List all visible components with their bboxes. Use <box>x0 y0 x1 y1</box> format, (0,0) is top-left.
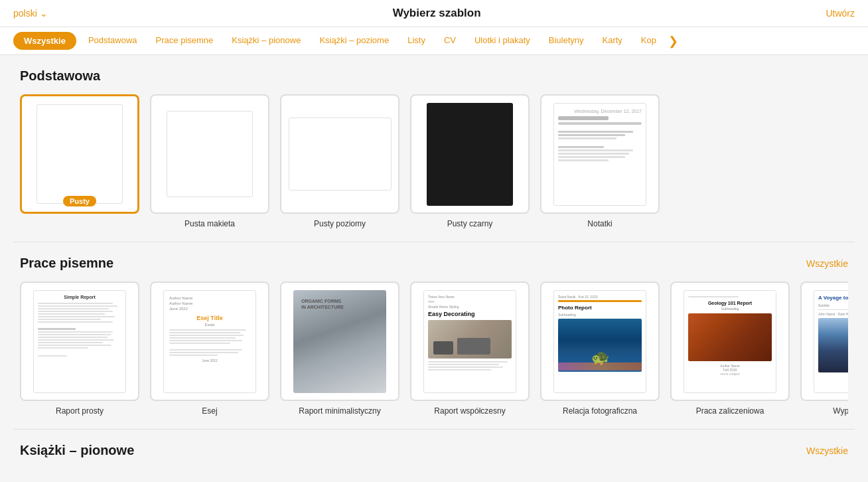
page-title: Wybierz szablon <box>393 7 481 20</box>
voyage-preview: A Voyage to the… Subtitle John Name · Da… <box>814 290 848 393</box>
template-esej-thumb[interactable]: Author Name Author Name June 2022 Esej T… <box>150 281 269 401</box>
template-praca-zalic-thumb[interactable]: Geology 101 Report Subheading Author Nam… <box>670 281 790 401</box>
photo-preview: Świat Nauki · Kwi 10, 2020 Photo Report … <box>553 290 646 393</box>
arch-title-1: ORGANIC FORMS <box>301 298 378 305</box>
arch-title-block: ORGANIC FORMS IN ARCHITECTURE <box>301 298 378 311</box>
photo-sub: Subheading <box>558 313 642 317</box>
essays-section: Prace pisemne Wszystkie Simple Report <box>0 242 868 429</box>
template-pusty-czarny[interactable]: Pusty czarny <box>410 94 530 228</box>
books-section-title: Książki – pionowe <box>20 443 134 458</box>
top-bar: polski ⌄ Wybierz szablon Utwórz <box>0 0 868 27</box>
template-pusty-poziomy-label: Pusty poziomy <box>314 219 366 228</box>
photo-title: Photo Report <box>558 305 642 311</box>
essay-line <box>169 352 238 353</box>
notatki-line-3 <box>558 131 633 133</box>
deco-line <box>428 369 491 370</box>
template-pusty-thumb[interactable]: Pusty <box>20 94 139 214</box>
template-pusty-poziomy[interactable]: Pusty poziomy <box>280 94 399 228</box>
tab-cv[interactable]: CV <box>435 27 465 54</box>
blank-page-preview <box>36 104 123 204</box>
poziomy-preview <box>289 118 392 191</box>
deco-subtitle-text: Simple Home Styling <box>428 305 512 309</box>
template-pusty-poziomy-thumb[interactable] <box>280 94 399 214</box>
report-line <box>38 347 88 349</box>
pusty-badge: Pusty <box>63 196 96 206</box>
spacer <box>169 345 250 348</box>
template-notatki-thumb[interactable]: Wednesday, December 12, 2017 <box>540 94 660 214</box>
spacer <box>38 350 121 354</box>
tab-biuletyny[interactable]: Biuletyny <box>540 27 593 54</box>
report-line <box>38 331 113 333</box>
template-relacja[interactable]: Świat Nauki · Kwi 10, 2020 Photo Report … <box>540 281 660 416</box>
template-pusty-czarny-thumb[interactable] <box>410 94 530 214</box>
essay-line <box>169 337 236 339</box>
tab-podstawowa[interactable]: Podstawowa <box>79 27 147 54</box>
notatki-line-1 <box>558 116 609 120</box>
template-raport-min[interactable]: ORGANIC FORMS IN ARCHITECTURE Raport min… <box>280 281 399 416</box>
report-line <box>38 339 114 341</box>
template-praca-zalic-label: Praca zaliczeniowa <box>696 406 764 416</box>
essay-line <box>169 329 246 331</box>
deco-sofa <box>457 338 490 355</box>
template-pusta-makieta[interactable]: Pusta makieta <box>150 94 269 228</box>
basic-section: Podstawowa Pusty Pusty Pusta makieta Pus… <box>0 55 868 242</box>
photo-image: 🐢 <box>558 319 642 372</box>
tab-listy[interactable]: Listy <box>398 27 435 54</box>
books-section-header: Książki – pionowe Wszystkie <box>20 443 848 458</box>
report-line <box>38 311 113 312</box>
template-pusta-makieta-label: Pusta makieta <box>184 219 235 228</box>
template-praca-zalic[interactable]: Geology 101 Report Subheading Author Nam… <box>670 281 790 416</box>
template-wypracowanie-thumb[interactable]: A Voyage to the… Subtitle John Name · Da… <box>800 281 848 401</box>
arch-preview: ORGANIC FORMS IN ARCHITECTURE <box>293 290 386 393</box>
basic-section-title: Podstawowa <box>20 68 100 84</box>
template-pusty[interactable]: Pusty Pusty <box>20 94 139 228</box>
template-esej[interactable]: Author Name Author Name June 2022 Esej T… <box>150 281 269 416</box>
deco-furniture <box>433 341 453 355</box>
report-subhead <box>38 328 76 330</box>
template-raport-prosty[interactable]: Simple Report <box>20 281 139 416</box>
create-button[interactable]: Utwórz <box>826 8 855 19</box>
voyage-image: 🏔 <box>818 318 848 372</box>
template-notatki[interactable]: Wednesday, December 12, 2017 Notatki <box>540 94 660 228</box>
template-raport-prosty-thumb[interactable]: Simple Report <box>20 281 139 401</box>
arch-title-2: IN ARCHITECTURE <box>301 304 378 311</box>
tab-kop[interactable]: Kop <box>632 27 666 54</box>
template-raport-wspolczesny[interactable]: Treize Vers Name date Simple Home Stylin… <box>410 281 530 416</box>
voyage-title: A Voyage to the… <box>818 295 848 301</box>
template-wypracowanie[interactable]: A Voyage to the… Subtitle John Name · Da… <box>800 281 848 416</box>
tab-ksiazki-poziome[interactable]: Książki – poziome <box>310 27 398 54</box>
template-raport-wspolczesny-thumb[interactable]: Treize Vers Name date Simple Home Stylin… <box>410 281 530 401</box>
tab-ulotki[interactable]: Ulotki i plakaty <box>465 27 540 54</box>
voyage-divider <box>818 309 848 310</box>
notatki-bodyline-4 <box>558 159 609 161</box>
tab-wszystkie[interactable]: Wszystkie <box>13 32 76 50</box>
essays-section-title: Prace pisemne <box>20 256 113 271</box>
deco-main-title: Easy Decorating <box>428 311 512 318</box>
template-raport-min-label: Raport minimalistyczny <box>299 406 380 416</box>
geo-sub: Subheading <box>688 307 772 311</box>
deco-line <box>428 364 499 365</box>
essays-templates-row: Simple Report <box>20 281 848 416</box>
czarny-preview <box>427 103 513 206</box>
essay-author: Author Name <box>169 296 250 300</box>
template-relacja-thumb[interactable]: Świat Nauki · Kwi 10, 2020 Photo Report … <box>540 281 660 401</box>
template-pusta-makieta-thumb[interactable] <box>150 94 269 214</box>
scroll-right-button[interactable]: ❯ <box>666 34 681 48</box>
geo-top-line <box>688 296 739 297</box>
geo-preview: Geology 101 Report Subheading Author Nam… <box>684 290 776 393</box>
books-all-button[interactable]: Wszystkie <box>806 445 848 456</box>
report-line <box>38 303 113 304</box>
essays-all-button[interactable]: Wszystkie <box>806 258 848 269</box>
report-line <box>38 305 117 307</box>
essay-page: June 2022 <box>169 359 250 362</box>
deco-small-title: Treize Vers Name <box>428 295 512 299</box>
tab-ksiazki-pionowe[interactable]: Książki – pionowe <box>222 27 310 54</box>
template-esej-label: Esej <box>202 406 217 416</box>
tab-karty[interactable]: Karty <box>593 27 632 54</box>
template-raport-min-thumb[interactable]: ORGANIC FORMS IN ARCHITECTURE <box>280 281 399 401</box>
template-pusty-czarny-label: Pusty czarny <box>447 219 493 228</box>
esej-preview: Author Name Author Name June 2022 Esej T… <box>163 290 256 393</box>
tab-prace-pisemne[interactable]: Prace pisemne <box>147 27 223 54</box>
language-selector[interactable]: polski ⌄ <box>13 8 48 19</box>
simple-report-title: Simple Report <box>38 295 121 299</box>
